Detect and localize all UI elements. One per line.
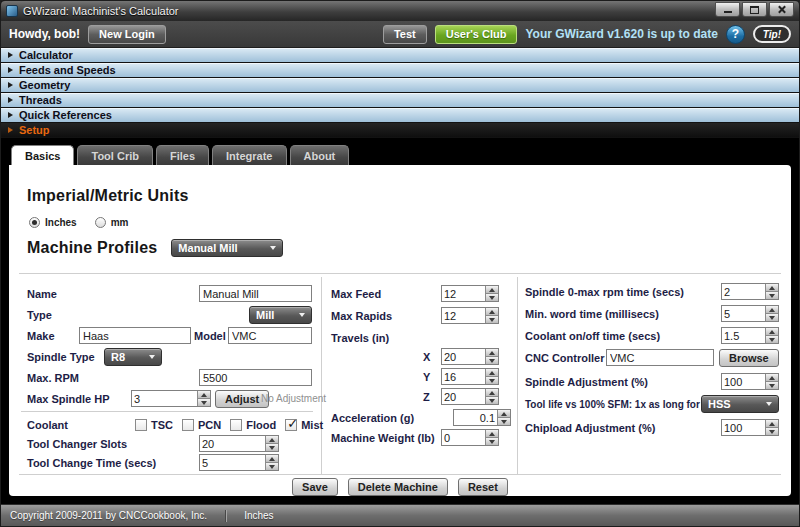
delete-machine-button[interactable]: Delete Machine: [348, 478, 448, 496]
decrement-icon[interactable]: [765, 336, 778, 343]
decrement-icon[interactable]: [197, 399, 210, 406]
max-rapids-spinner[interactable]: [441, 307, 499, 324]
max-rapids-input[interactable]: [442, 308, 485, 323]
decrement-icon[interactable]: [485, 316, 498, 323]
min-word-time-spinner[interactable]: [721, 305, 779, 322]
increment-icon[interactable]: [765, 328, 778, 336]
tab-basics[interactable]: Basics: [11, 145, 74, 165]
increment-icon[interactable]: [265, 455, 278, 463]
nav-item-calculator[interactable]: Calculator: [1, 48, 799, 63]
tool-change-time-input[interactable]: [200, 455, 265, 470]
acceleration-spinner[interactable]: [453, 409, 511, 426]
tool-change-time-spinner[interactable]: [199, 454, 279, 471]
spinner-buttons[interactable]: [497, 410, 510, 425]
name-input[interactable]: [199, 285, 312, 302]
travel-x-spinner[interactable]: [441, 348, 499, 365]
decrement-icon[interactable]: [765, 382, 778, 389]
increment-icon[interactable]: [485, 286, 498, 294]
coolant-checkbox-flood[interactable]: Flood: [230, 419, 276, 431]
max-spindle-hp-input[interactable]: [132, 391, 197, 406]
spinner-buttons[interactable]: [265, 455, 278, 470]
max-feed-input[interactable]: [442, 286, 485, 301]
chipload-adjustment-input[interactable]: [722, 420, 765, 435]
tab-files[interactable]: Files: [156, 145, 209, 165]
type-dropdown[interactable]: Mill: [249, 306, 312, 324]
decrement-icon[interactable]: [485, 294, 498, 301]
titlebar[interactable]: GWizard: Machinist's Calculator: [1, 1, 799, 21]
coolant-checkbox-tsc[interactable]: TSC: [135, 419, 173, 431]
increment-icon[interactable]: [197, 391, 210, 399]
cnc-controller-input[interactable]: [606, 349, 714, 366]
travel-y-input[interactable]: [442, 369, 485, 384]
increment-icon[interactable]: [497, 410, 510, 418]
spinner-buttons[interactable]: [485, 369, 498, 384]
maximize-button[interactable]: [742, 2, 767, 17]
spinner-buttons[interactable]: [485, 349, 498, 364]
decrement-icon[interactable]: [497, 418, 510, 425]
decrement-icon[interactable]: [485, 438, 498, 445]
spinner-buttons[interactable]: [765, 420, 778, 435]
units-radio-inches[interactable]: Inches: [29, 217, 77, 228]
nav-item-geometry[interactable]: Geometry: [1, 78, 799, 93]
spinner-buttons[interactable]: [197, 391, 210, 406]
tab-integrate[interactable]: Integrate: [212, 145, 286, 165]
increment-icon[interactable]: [485, 369, 498, 377]
spindle-adjustment-input[interactable]: [722, 374, 765, 389]
decrement-icon[interactable]: [485, 357, 498, 364]
browse-button[interactable]: Browse: [719, 349, 779, 367]
users-club-button[interactable]: User's Club: [435, 25, 518, 44]
spinner-buttons[interactable]: [485, 389, 498, 404]
close-button[interactable]: [769, 2, 794, 17]
spindle-adjustment-spinner[interactable]: [721, 373, 779, 390]
decrement-icon[interactable]: [265, 444, 278, 451]
nav-item-threads[interactable]: Threads: [1, 93, 799, 108]
travel-z-spinner[interactable]: [441, 388, 499, 405]
model-input[interactable]: [228, 327, 312, 344]
spinner-buttons[interactable]: [485, 430, 498, 445]
max-feed-spinner[interactable]: [441, 285, 499, 302]
save-button[interactable]: Save: [292, 478, 338, 496]
help-button[interactable]: ?: [726, 25, 745, 44]
spinner-buttons[interactable]: [765, 306, 778, 321]
new-login-button[interactable]: New Login: [88, 25, 166, 44]
max-rpm-input[interactable]: [199, 369, 312, 386]
max-spindle-hp-spinner[interactable]: [131, 390, 211, 407]
increment-icon[interactable]: [485, 349, 498, 357]
spindle-time-input[interactable]: [722, 284, 765, 299]
machine-weight-input[interactable]: [442, 430, 485, 445]
travel-z-input[interactable]: [442, 389, 485, 404]
nav-item-setup[interactable]: Setup: [1, 123, 799, 138]
tab-about[interactable]: About: [290, 145, 350, 165]
spinner-buttons[interactable]: [765, 328, 778, 343]
decrement-icon[interactable]: [265, 463, 278, 470]
travel-x-input[interactable]: [442, 349, 485, 364]
decrement-icon[interactable]: [765, 314, 778, 321]
spinner-buttons[interactable]: [485, 308, 498, 323]
units-radio-mm[interactable]: mm: [95, 217, 129, 228]
tool-changer-slots-input[interactable]: [200, 436, 265, 451]
decrement-icon[interactable]: [485, 397, 498, 404]
minimize-button[interactable]: [715, 2, 740, 17]
increment-icon[interactable]: [485, 308, 498, 316]
increment-icon[interactable]: [765, 374, 778, 382]
increment-icon[interactable]: [265, 436, 278, 444]
spinner-buttons[interactable]: [765, 374, 778, 389]
reset-button[interactable]: Reset: [458, 478, 508, 496]
acceleration-input[interactable]: [454, 410, 497, 425]
chipload-adjustment-spinner[interactable]: [721, 419, 779, 436]
increment-icon[interactable]: [765, 306, 778, 314]
test-button[interactable]: Test: [383, 25, 427, 44]
coolant-checkbox-pcn[interactable]: PCN: [182, 419, 221, 431]
make-input[interactable]: [79, 327, 191, 344]
increment-icon[interactable]: [485, 389, 498, 397]
nav-item-feeds-and-speeds[interactable]: Feeds and Speeds: [1, 63, 799, 78]
decrement-icon[interactable]: [765, 428, 778, 435]
travel-y-spinner[interactable]: [441, 368, 499, 385]
decrement-icon[interactable]: [765, 292, 778, 299]
machine-profile-dropdown[interactable]: Manual Mill: [171, 239, 283, 257]
decrement-icon[interactable]: [485, 377, 498, 384]
coolant-time-input[interactable]: [722, 328, 765, 343]
coolant-time-spinner[interactable]: [721, 327, 779, 344]
tab-tool-crib[interactable]: Tool Crib: [77, 145, 152, 165]
coolant-checkbox-mist[interactable]: Mist: [285, 419, 323, 431]
